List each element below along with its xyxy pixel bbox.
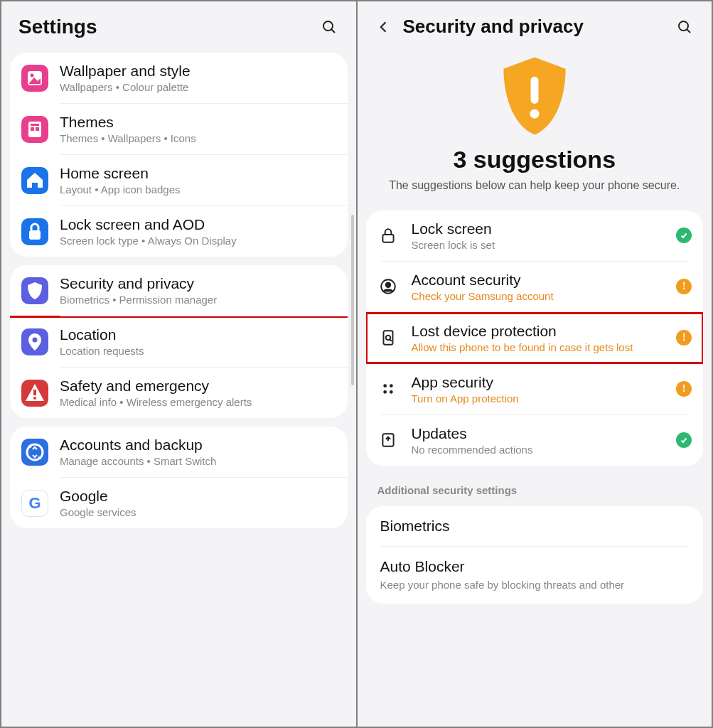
row-title: Themes <box>60 114 336 131</box>
right-scroll[interactable]: 3 suggestions The suggestions below can … <box>358 48 712 727</box>
row-subtitle: Wallpapers • Colour palette <box>60 81 336 93</box>
settings-row-emergency[interactable]: Safety and emergencyMedical info • Wirel… <box>10 368 348 418</box>
status-badge: ! <box>676 381 692 397</box>
extra-row[interactable]: Auto BlockerKeep your phone safe by bloc… <box>366 547 704 604</box>
section-header: Additional security settings <box>363 474 707 502</box>
status-badge: ! <box>676 330 692 346</box>
left-scroll[interactable]: Wallpaper and styleWallpapers • Colour p… <box>1 48 356 727</box>
row-title: Security and privacy <box>60 275 336 292</box>
settings-row-google[interactable]: GGoogleGoogle services <box>10 478 348 528</box>
row-title: Biometrics <box>380 518 690 535</box>
settings-row-wallpaper[interactable]: Wallpaper and styleWallpapers • Colour p… <box>10 53 348 103</box>
row-title: Lock screen and AOD <box>60 216 336 233</box>
svg-point-31 <box>383 384 387 387</box>
settings-group: Wallpaper and styleWallpapers • Colour p… <box>10 53 348 257</box>
svg-point-21 <box>679 21 688 31</box>
svg-rect-7 <box>31 124 39 126</box>
row-subtitle: Themes • Wallpapers • Icons <box>60 132 336 144</box>
row-subtitle: Screen lock is set <box>412 239 664 251</box>
svg-point-27 <box>385 283 390 288</box>
settings-row-home[interactable]: Home screenLayout • App icon badges <box>10 155 348 205</box>
svg-rect-9 <box>36 127 39 131</box>
row-subtitle: Location requests <box>60 345 336 357</box>
apps-icon <box>377 378 399 400</box>
row-title: Auto Blocker <box>380 558 690 575</box>
row-subtitle: Biometrics • Permission manager <box>60 294 336 306</box>
svg-point-24 <box>530 109 539 119</box>
settings-group: Accounts and backupManage accounts • Sma… <box>10 427 348 528</box>
row-title: Updates <box>412 425 664 442</box>
row-title: Accounts and backup <box>60 437 336 454</box>
settings-row-backup[interactable]: Accounts and backupManage accounts • Sma… <box>10 427 348 477</box>
row-title: Wallpaper and style <box>60 63 336 80</box>
left-pane-settings: Settings Wallpaper and styleWallpapers •… <box>0 0 358 728</box>
extra-row[interactable]: Biometrics <box>366 506 704 546</box>
search-button[interactable] <box>319 17 339 37</box>
page-title: Security and privacy <box>403 16 665 38</box>
chevron-left-icon <box>377 20 391 34</box>
row-title: Location <box>60 326 336 343</box>
security-row-apps[interactable]: App securityTurn on App protection! <box>366 364 704 414</box>
right-header: Security and privacy <box>358 1 712 48</box>
svg-point-33 <box>383 390 387 394</box>
shield-icon <box>21 277 48 304</box>
settings-row-themes[interactable]: ThemesThemes • Wallpapers • Icons <box>10 104 348 154</box>
security-row-finddevice[interactable]: Lost device protectionAllow this phone t… <box>366 313 704 363</box>
themes-icon <box>21 116 48 143</box>
svg-point-32 <box>389 384 392 387</box>
svg-rect-28 <box>383 331 392 345</box>
search-button[interactable] <box>675 17 695 37</box>
search-icon <box>676 18 693 36</box>
home-icon <box>21 167 48 194</box>
google-icon: G <box>21 490 48 517</box>
security-row-account[interactable]: Account securityCheck your Samsung accou… <box>366 262 704 312</box>
status-badge: ! <box>676 279 692 294</box>
row-subtitle: Check your Samsung account <box>412 290 664 302</box>
security-row-padlock[interactable]: Lock screenScreen lock is set <box>366 210 704 261</box>
shield-warning-icon <box>495 53 574 139</box>
additional-card: BiometricsAuto BlockerKeep your phone sa… <box>366 506 704 604</box>
right-pane-security: Security and privacy 3 suggestions The s… <box>358 0 714 728</box>
wallpaper-icon <box>21 65 48 92</box>
settings-group: Security and privacyBiometrics • Permiss… <box>10 265 348 418</box>
svg-rect-25 <box>382 235 393 242</box>
back-button[interactable] <box>375 18 393 36</box>
row-subtitle: Manage accounts • Smart Switch <box>60 455 336 467</box>
left-header: Settings <box>1 1 356 48</box>
row-subtitle: Turn on App protection <box>412 392 664 405</box>
svg-rect-17 <box>33 390 36 395</box>
svg-point-18 <box>33 397 36 400</box>
row-title: Home screen <box>60 165 336 182</box>
svg-rect-23 <box>530 77 538 104</box>
finddevice-icon <box>377 327 399 348</box>
row-subtitle: Google services <box>60 506 336 518</box>
row-title: App security <box>412 374 664 391</box>
settings-row-location[interactable]: LocationLocation requests <box>10 316 348 367</box>
account-icon <box>377 276 399 297</box>
security-row-updates[interactable]: UpdatesNo recommended actions <box>366 415 704 466</box>
svg-line-22 <box>687 29 690 33</box>
suggestions-header: 3 suggestions The suggestions below can … <box>363 48 707 206</box>
row-subtitle: Medical info • Wireless emergency alerts <box>60 396 336 408</box>
row-title: Lock screen <box>412 220 664 237</box>
svg-point-4 <box>31 73 34 77</box>
scrollbar[interactable] <box>351 215 354 385</box>
svg-line-1 <box>331 29 335 33</box>
svg-line-30 <box>390 339 392 341</box>
location-icon <box>21 328 48 355</box>
suggestions-title: 3 suggestions <box>380 146 690 173</box>
settings-row-lock[interactable]: Lock screen and AODScreen lock type • Al… <box>10 206 348 257</box>
updates-icon <box>377 429 399 451</box>
status-badge <box>676 228 692 243</box>
row-title: Google <box>60 488 336 505</box>
settings-row-shield[interactable]: Security and privacyBiometrics • Permiss… <box>10 265 348 318</box>
svg-point-15 <box>33 337 38 342</box>
status-badge <box>676 432 692 448</box>
search-icon <box>321 18 338 36</box>
padlock-icon <box>377 225 399 246</box>
suggestions-card: Lock screenScreen lock is setAccount sec… <box>366 210 704 466</box>
svg-rect-8 <box>31 127 34 131</box>
row-title: Lost device protection <box>412 323 664 340</box>
svg-point-34 <box>389 390 392 394</box>
row-subtitle: Screen lock type • Always On Display <box>60 235 336 247</box>
